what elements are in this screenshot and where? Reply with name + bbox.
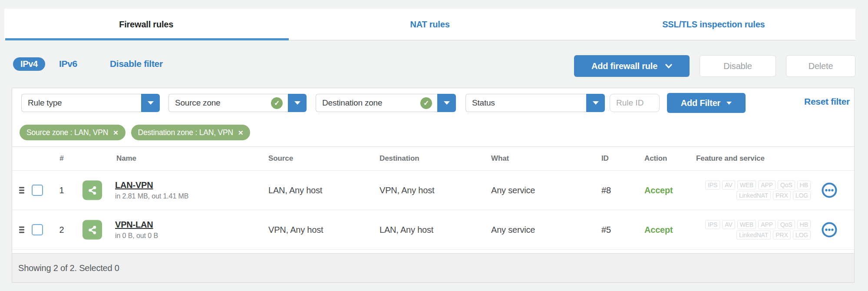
dropdown-label: Status: [472, 98, 582, 108]
dropdown-label: Rule type: [28, 98, 137, 108]
add-filter-label: Add Filter: [681, 98, 720, 108]
close-icon[interactable]: ✕: [238, 129, 243, 136]
feature-badge: LinkedNAT: [736, 191, 771, 200]
drag-handle[interactable]: [19, 187, 24, 194]
header-source: Source: [268, 154, 293, 163]
tab-nat-rules[interactable]: NAT rules: [288, 9, 571, 40]
cell-action: Accept: [644, 185, 673, 195]
rule-traffic: in 2.81 MB, out 1.41 MB: [115, 192, 188, 200]
dropdown-button: [437, 94, 456, 112]
disable-filter-link[interactable]: Disable filter: [110, 59, 163, 69]
feature-badge: QoS: [778, 181, 795, 190]
rule-name-block: VPN-LAN in 0 B, out 0 B: [115, 220, 158, 240]
header-destination: Destination: [380, 154, 419, 163]
tab-firewall-rules[interactable]: Firewall rules: [4, 9, 288, 40]
rule-id-input[interactable]: [610, 94, 660, 112]
feature-badge: WEB: [737, 220, 756, 229]
filter-row: Rule type Source zone ✓ Destination zone…: [12, 88, 854, 118]
chip-label: Source zone : LAN, VPN: [26, 128, 108, 137]
chip-label: Destination zone : LAN, VPN: [138, 128, 233, 137]
tab-label: Firewall rules: [119, 20, 173, 30]
dropdown-value: Source zone ✓: [168, 94, 288, 112]
table-header: # Name Source Destination What ID Action…: [12, 146, 854, 171]
active-tab-indicator: [5, 38, 289, 40]
add-firewall-rule-label: Add firewall rule: [591, 61, 657, 71]
rule-name-link[interactable]: VPN-LAN: [115, 220, 153, 230]
feature-badge: WEB: [737, 181, 756, 190]
table-spacer: [12, 250, 854, 253]
feature-badge: AV: [722, 220, 735, 229]
row-checkbox[interactable]: [32, 224, 43, 235]
feature-badge: PRX: [773, 191, 791, 200]
header-feature-and-service: Feature and service: [696, 154, 765, 163]
firewall-rules-card: Rule type Source zone ✓ Destination zone…: [12, 88, 855, 283]
share-icon: [83, 181, 102, 200]
dropdown-button: [141, 94, 160, 112]
dropdown-value: Rule type: [21, 94, 141, 112]
more-actions-button[interactable]: [822, 222, 837, 238]
ellipsis-circle-icon: [822, 182, 837, 198]
reset-filter-link[interactable]: Reset filter: [804, 96, 850, 107]
filter-chip-destination-zone: Destination zone : LAN, VPN ✕: [131, 125, 251, 140]
cell-destination: LAN, Any host: [380, 225, 433, 235]
header-id: ID: [601, 154, 609, 163]
dropdown-value: Status: [465, 94, 586, 112]
showing-count-text: Showing 2 of 2. Selected 0: [18, 263, 119, 273]
add-firewall-rule-button[interactable]: Add firewall rule: [574, 55, 690, 77]
chevron-down-icon: [726, 102, 732, 105]
feature-badges: IPS AV WEB APP QoS HB LinkedNAT PRX LOG: [705, 181, 811, 200]
feature-badge: LOG: [793, 191, 811, 200]
actions-row: IPv4 IPv6 Disable filter Add firewall ru…: [0, 55, 868, 77]
feature-badge: AV: [722, 181, 735, 190]
chevron-down-icon: [665, 64, 672, 69]
dropdown-button: [586, 94, 605, 112]
cell-source: VPN, Any host: [268, 225, 323, 235]
ellipsis-circle-icon: [822, 222, 837, 238]
table-footer: Showing 2 of 2. Selected 0: [12, 253, 854, 282]
row-checkbox[interactable]: [32, 185, 43, 196]
ipv6-toggle[interactable]: IPv6: [59, 59, 77, 69]
delete-button[interactable]: Delete: [786, 55, 855, 77]
feature-badge: HB: [797, 181, 811, 190]
close-icon[interactable]: ✕: [113, 129, 118, 136]
header-what: What: [491, 154, 509, 163]
tab-label: SSL/TLS inspection rules: [662, 20, 765, 30]
feature-badge: APP: [758, 220, 776, 229]
filter-chips-row: Source zone : LAN, VPN ✕ Destination zon…: [12, 118, 854, 146]
more-actions-button[interactable]: [822, 182, 837, 198]
filter-dropdown-source-zone[interactable]: Source zone ✓: [168, 94, 307, 112]
check-circle-icon: ✓: [271, 97, 283, 109]
dropdown-label: Source zone: [175, 98, 271, 108]
feature-badges: IPS AV WEB APP QoS HB LinkedNAT PRX LOG: [705, 220, 811, 240]
tab-bar: Firewall rules NAT rules SSL/TLS inspect…: [4, 9, 855, 40]
cell-what: Any service: [491, 225, 535, 235]
dropdown-value: Destination zone ✓: [316, 94, 437, 112]
check-circle-icon: ✓: [420, 97, 432, 109]
chevron-down-icon: [148, 101, 154, 105]
chevron-down-icon: [294, 101, 300, 105]
disable-button[interactable]: Disable: [700, 55, 776, 77]
dropdown-button: [288, 94, 307, 112]
row-index: 1: [54, 185, 69, 195]
rule-traffic: in 0 B, out 0 B: [115, 232, 158, 239]
feature-badge: IPS: [705, 181, 720, 190]
add-filter-button[interactable]: Add Filter: [667, 93, 746, 113]
rule-name-block: LAN-VPN in 2.81 MB, out 1.41 MB: [115, 180, 188, 200]
drag-handle[interactable]: [19, 227, 24, 233]
filter-dropdown-rule-type[interactable]: Rule type: [21, 94, 160, 112]
cell-id: #8: [601, 185, 611, 195]
share-icon: [83, 220, 102, 240]
feature-badge: LinkedNAT: [736, 231, 771, 240]
feature-badge: APP: [758, 181, 776, 190]
feature-badge: HB: [797, 220, 811, 229]
cell-action: Accept: [644, 225, 673, 235]
chevron-down-icon: [593, 101, 599, 105]
cell-destination: VPN, Any host: [380, 185, 434, 195]
header-action: Action: [644, 154, 667, 163]
ipv4-toggle[interactable]: IPv4: [13, 57, 45, 71]
filter-dropdown-status[interactable]: Status: [465, 94, 605, 112]
tab-ssl-tls-inspection-rules[interactable]: SSL/TLS inspection rules: [572, 9, 855, 40]
feature-badge: QoS: [778, 220, 795, 229]
rule-name-link[interactable]: LAN-VPN: [115, 180, 153, 190]
filter-dropdown-destination-zone[interactable]: Destination zone ✓: [316, 94, 456, 112]
